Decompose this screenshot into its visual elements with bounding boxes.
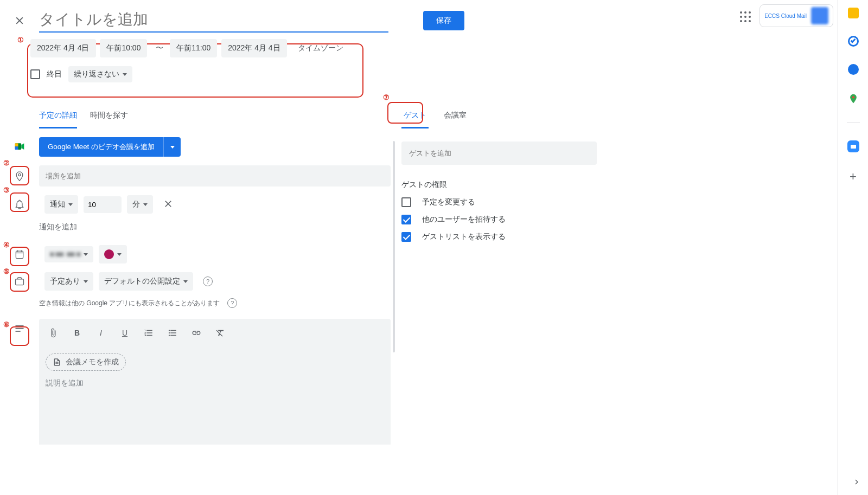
tab-findtime[interactable]: 時間を探す xyxy=(90,106,128,128)
side-panel: + xyxy=(838,0,868,495)
avatar xyxy=(811,7,828,24)
color-swatch xyxy=(104,249,114,259)
add-notification-link[interactable]: 通知を追加 xyxy=(39,222,391,232)
keep-icon[interactable] xyxy=(848,8,859,18)
repeat-select[interactable]: 繰り返さない xyxy=(68,66,132,82)
add-addon-button[interactable]: + xyxy=(850,170,857,184)
title-input[interactable] xyxy=(39,9,388,33)
scroll-indicator xyxy=(393,141,395,352)
tab-details[interactable]: 予定の詳細 xyxy=(39,106,77,128)
italic-button[interactable]: I xyxy=(91,323,111,343)
remove-notification-button[interactable] xyxy=(163,198,174,211)
svg-rect-7 xyxy=(16,279,24,285)
underline-button[interactable]: U xyxy=(115,323,135,343)
side-panel-toggle[interactable] xyxy=(852,477,861,488)
bold-button[interactable]: B xyxy=(67,323,87,343)
annotation-1: ① xyxy=(17,36,24,44)
perm-modify-label: 予定を変更する xyxy=(422,197,475,207)
visibility-select[interactable]: デフォルトの公開設定 xyxy=(99,272,193,291)
editor-toolbar: B I U xyxy=(39,319,391,347)
account-label: ECCS Cloud Mail xyxy=(764,13,807,19)
svg-rect-3 xyxy=(16,251,23,258)
briefcase-icon xyxy=(9,276,30,287)
numbered-list-button[interactable] xyxy=(139,323,158,343)
bullet-list-button[interactable] xyxy=(163,323,182,343)
start-date[interactable]: 2022年 4月 4日 xyxy=(30,39,96,57)
end-time[interactable]: 午前11:00 xyxy=(170,39,217,57)
save-button[interactable]: 保存 xyxy=(423,11,464,30)
range-separator: 〜 xyxy=(151,43,168,53)
link-button[interactable] xyxy=(187,323,206,343)
description-editor[interactable]: 会議メモを作成 説明を追加 xyxy=(39,347,391,445)
zoom-icon[interactable] xyxy=(847,140,859,152)
notification-type-select[interactable]: 通知 xyxy=(44,195,78,214)
description-placeholder: 説明を追加 xyxy=(46,378,384,388)
close-button[interactable] xyxy=(9,10,30,31)
guest-permissions-title: ゲストの権限 xyxy=(401,180,624,190)
annotation-3: ③ xyxy=(3,186,10,194)
create-meeting-notes-button[interactable]: 会議メモを作成 xyxy=(46,353,126,371)
location-input[interactable] xyxy=(39,165,391,187)
add-guest-input[interactable] xyxy=(401,142,597,165)
perm-invite-checkbox[interactable] xyxy=(401,215,411,224)
meet-icon xyxy=(9,142,30,152)
attach-button[interactable] xyxy=(43,323,63,343)
timezone-link[interactable]: タイムゾーン xyxy=(291,39,350,57)
tab-rooms[interactable]: 会議室 xyxy=(442,106,469,128)
perm-modify-checkbox[interactable] xyxy=(401,197,411,207)
location-icon xyxy=(9,171,30,182)
tasks-icon[interactable] xyxy=(848,36,859,47)
maps-icon[interactable] xyxy=(848,92,859,105)
notification-value-input[interactable] xyxy=(84,196,122,213)
start-time[interactable]: 午前10:00 xyxy=(100,39,147,57)
perm-guestlist-checkbox[interactable] xyxy=(401,232,411,242)
side-divider xyxy=(847,123,860,123)
notification-unit-select[interactable]: 分 xyxy=(127,195,153,214)
calendar-select[interactable]: ■ ■■■■ ■ xyxy=(44,246,93,262)
svg-point-11 xyxy=(852,96,854,98)
description-icon xyxy=(9,319,30,334)
perm-guestlist-label: ゲストリストを表示する xyxy=(422,232,506,242)
allday-label: 終日 xyxy=(47,69,62,79)
tab-guests[interactable]: ゲスト xyxy=(401,106,429,128)
apps-icon[interactable] xyxy=(738,9,751,22)
perm-invite-label: 他のユーザーを招待する xyxy=(422,215,506,224)
allday-checkbox[interactable] xyxy=(30,69,40,79)
meet-dropdown[interactable] xyxy=(163,137,181,157)
account-switcher[interactable]: ECCS Cloud Mail xyxy=(760,4,833,27)
contacts-icon[interactable] xyxy=(848,64,859,75)
annotation-7: ⑦ xyxy=(383,93,390,101)
color-select[interactable] xyxy=(99,245,127,263)
visibility-hint: 空き情報は他の Google アプリにも表示されることがあります ? xyxy=(39,298,391,308)
add-meet-button[interactable]: Google Meet のビデオ会議を追加 xyxy=(39,137,163,157)
svg-rect-2 xyxy=(15,146,18,150)
svg-rect-1 xyxy=(15,143,18,146)
clear-format-button[interactable] xyxy=(210,323,230,343)
busy-status-select[interactable]: 予定あり xyxy=(44,272,93,291)
calendar-icon xyxy=(9,249,30,260)
end-date[interactable]: 2022年 4月 4日 xyxy=(221,39,287,57)
visibility-help-icon[interactable]: ? xyxy=(203,277,213,286)
notification-icon xyxy=(9,199,30,210)
hint-help-icon[interactable]: ? xyxy=(227,298,237,308)
